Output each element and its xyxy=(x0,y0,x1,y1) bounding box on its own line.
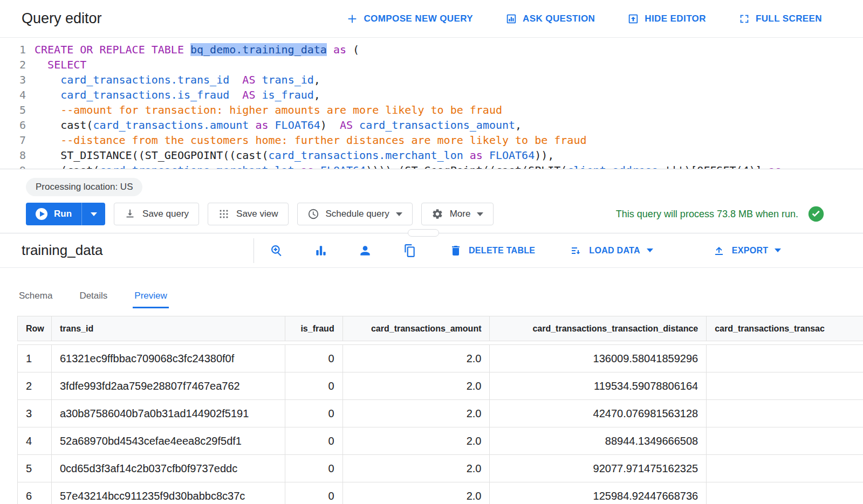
hide-editor-button[interactable]: HIDE EDITOR xyxy=(627,13,706,25)
table-cell: 0cd65d3f3af14c2b037cfb0f9737eddc xyxy=(52,455,285,482)
table-row[interactable]: 161321ec9ffbbac709068c3fc24380f0f02.0136… xyxy=(18,345,863,372)
line-number: 7 xyxy=(0,133,35,148)
share-table-button[interactable] xyxy=(355,241,375,260)
schedule-query-button[interactable]: Schedule query xyxy=(297,203,413,225)
table-cell: 119534.59078806164 xyxy=(490,372,707,399)
table-cell: 52a68970bd4543cefae4eea8c29f5df1 xyxy=(52,427,285,454)
page-title: Query editor xyxy=(22,10,102,27)
dot-grid-icon xyxy=(218,208,230,220)
code-text: --amount for transaction: higher amounts… xyxy=(35,102,502,118)
sql-editor[interactable]: 1CREATE OR REPLACE TABLE bq_demo.trainin… xyxy=(0,38,863,169)
save-query-button[interactable]: Save query xyxy=(114,203,199,225)
code-line[interactable]: 1CREATE OR REPLACE TABLE bq_demo.trainin… xyxy=(0,42,863,57)
table-cell xyxy=(707,372,863,399)
code-line[interactable]: 4 card_transactions.is_fraud AS is_fraud… xyxy=(0,87,863,102)
line-number: 9 xyxy=(0,163,35,169)
table-cell: 0 xyxy=(285,455,343,482)
table-section: training_data xyxy=(0,233,863,504)
save-view-label: Save view xyxy=(236,209,278,219)
load-data-button[interactable]: LOAD DATA xyxy=(570,244,653,257)
chevron-down-icon xyxy=(396,212,402,216)
header-actions: COMPOSE NEW QUERY ASK QUESTION HIDE EDIT… xyxy=(346,13,822,25)
code-text: --distance from the customers home: furt… xyxy=(35,133,587,148)
bar-chart-icon xyxy=(314,244,328,258)
table-cell xyxy=(707,482,863,504)
table-cell: 125984.92447668736 xyxy=(490,482,707,504)
chevron-down-icon xyxy=(647,248,653,252)
validation-message: This query will process 73.8 MB when run… xyxy=(616,209,798,220)
table-cell: 61321ec9ffbbac709068c3fc24380f0f xyxy=(52,345,285,372)
line-number: 5 xyxy=(0,102,35,118)
clock-icon xyxy=(307,208,319,220)
tab-preview[interactable]: Preview xyxy=(133,284,168,308)
table-cell: 42470.076981563128 xyxy=(490,400,707,427)
bigquery-query-editor: Query editor COMPOSE NEW QUERY ASK QUEST… xyxy=(0,0,863,504)
more-button[interactable]: More xyxy=(421,203,494,225)
column-header[interactable]: is_fraud xyxy=(285,316,343,341)
table-row[interactable]: 657e43214bcc911235f9d30babbc8c37c02.0125… xyxy=(18,482,863,504)
code-line[interactable]: 3 card_transactions.trans_id AS trans_id… xyxy=(0,72,863,87)
table-row[interactable]: 23fdfe993fd2aa759e28807f7467ea76202.0119… xyxy=(18,372,863,400)
vertical-divider xyxy=(254,238,254,263)
copy-table-button[interactable] xyxy=(400,241,419,260)
column-header[interactable]: card_transactions_transaction_distance xyxy=(490,316,707,341)
code-line[interactable]: 2 SELECT xyxy=(0,57,863,72)
hide-editor-label: HIDE EDITOR xyxy=(645,13,706,24)
table-body: 161321ec9ffbbac709068c3fc24380f0f02.0136… xyxy=(17,344,863,504)
search-table-button[interactable] xyxy=(267,241,286,260)
save-download-icon xyxy=(124,208,136,220)
code-line[interactable]: 7 --distance from the customers home: fu… xyxy=(0,133,863,148)
export-button[interactable]: EXPORT xyxy=(713,244,782,257)
ask-question-button[interactable]: ASK QUESTION xyxy=(505,13,595,25)
query-editor-header: Query editor COMPOSE NEW QUERY ASK QUEST… xyxy=(0,0,863,38)
run-button-group: Run xyxy=(26,203,105,225)
upload-icon xyxy=(713,244,725,257)
table-row[interactable]: 50cd65d3f3af14c2b037cfb0f9737eddc02.0920… xyxy=(18,455,863,482)
table-cell: 88944.1349666508 xyxy=(490,427,707,454)
table-row[interactable]: 452a68970bd4543cefae4eea8c29f5df102.0889… xyxy=(18,427,863,455)
code-text: CREATE OR REPLACE TABLE bq_demo.training… xyxy=(35,42,359,57)
code-text: card_transactions.trans_id AS trans_id, xyxy=(35,72,320,87)
full-screen-button[interactable]: FULL SCREEN xyxy=(738,13,822,25)
splitter-handle[interactable] xyxy=(408,229,439,237)
compose-new-query-button[interactable]: COMPOSE NEW QUERY xyxy=(346,13,473,25)
save-query-label: Save query xyxy=(142,209,189,219)
run-dropdown-button[interactable] xyxy=(81,203,105,225)
play-icon xyxy=(36,208,47,220)
table-cell xyxy=(707,345,863,372)
tab-schema[interactable]: Schema xyxy=(17,284,54,308)
line-number: 2 xyxy=(0,57,35,72)
table-toolbar: training_data xyxy=(0,233,863,268)
table-cell: 2.0 xyxy=(343,482,490,504)
code-line[interactable]: 9 (cast(card_transactions.merchant_lat a… xyxy=(0,163,863,169)
save-view-button[interactable]: Save view xyxy=(208,203,288,225)
code-line[interactable]: 6 cast(card_transactions.amount as FLOAT… xyxy=(0,118,863,133)
table-cell: 5 xyxy=(18,455,52,482)
table-cell: 0 xyxy=(285,372,343,399)
copy-icon xyxy=(402,244,416,258)
column-header[interactable]: card_transactions_transac xyxy=(707,316,863,341)
column-header[interactable]: card_transactions_amount xyxy=(343,316,490,341)
code-line[interactable]: 5 --amount for transaction: higher amoun… xyxy=(0,102,863,118)
table-icon-group xyxy=(267,241,419,260)
delete-table-label: DELETE TABLE xyxy=(469,246,535,256)
chevron-down-icon xyxy=(477,212,483,216)
table-cell: 0 xyxy=(285,400,343,427)
query-toolbar: Processing location: US Run Save query xyxy=(0,169,863,233)
code-line[interactable]: 8 ST_DISTANCE((ST_GEOGPOINT((cast(card_t… xyxy=(0,148,863,163)
delete-table-button[interactable]: DELETE TABLE xyxy=(449,244,535,257)
table-cell xyxy=(707,455,863,482)
chevron-down-icon xyxy=(91,212,97,216)
chevron-down-icon xyxy=(775,248,781,252)
analyze-table-button[interactable] xyxy=(311,241,331,260)
table-cell: 0 xyxy=(285,345,343,372)
table-cell: 0 xyxy=(285,482,343,504)
column-header[interactable]: trans_id xyxy=(52,316,285,341)
full-screen-label: FULL SCREEN xyxy=(756,13,822,24)
table-tabs: Schema Details Preview xyxy=(0,284,863,308)
run-button[interactable]: Run xyxy=(26,203,81,225)
table-cell: a30b87586040b7a0b31ad144902f5191 xyxy=(52,400,285,427)
table-row[interactable]: 3a30b87586040b7a0b31ad144902f519102.0424… xyxy=(18,400,863,427)
column-header[interactable]: Row xyxy=(18,316,52,341)
tab-details[interactable]: Details xyxy=(78,284,109,308)
